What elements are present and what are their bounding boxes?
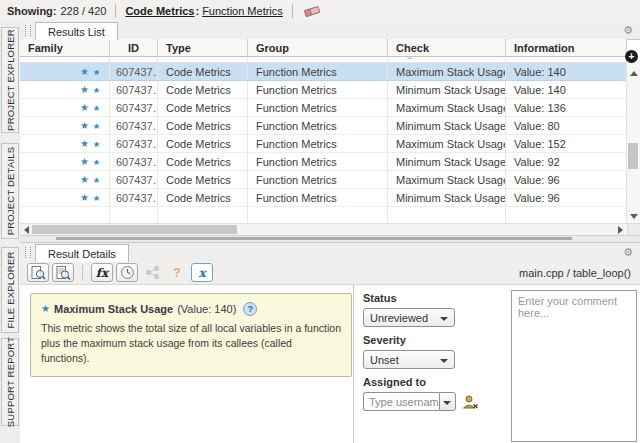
information-cell: Value: 80 bbox=[506, 117, 627, 134]
bookmark-star-icon: ★ bbox=[80, 103, 89, 113]
check-cell: Maximum Stack Usage bbox=[388, 171, 506, 188]
results-list-panel: Results List ⚙ Family ID Type Group Chec… bbox=[20, 21, 640, 235]
bookmark-star-icon: ★ bbox=[80, 67, 89, 77]
column-header-information[interactable]: Information bbox=[506, 39, 627, 56]
type-cell: Code Metrics bbox=[158, 117, 248, 134]
help-question-icon[interactable]: ? bbox=[166, 263, 188, 282]
new-result-icon: * bbox=[94, 57, 99, 59]
add-column-button[interactable]: + bbox=[625, 50, 638, 63]
details-body: ★ Maximum Stack Usage (Value: 140) ? Thi… bbox=[20, 285, 640, 443]
group-cell: Function Metrics bbox=[248, 81, 388, 98]
call-graph-icon[interactable] bbox=[141, 263, 163, 282]
severity-dropdown[interactable]: Unset bbox=[363, 350, 455, 369]
assigned-to-label: Assigned to bbox=[363, 376, 493, 388]
splitter-grip[interactable] bbox=[56, 237, 572, 240]
assigned-to-dropdown-button[interactable] bbox=[439, 392, 456, 411]
check-cell: Maximum Stack Usage bbox=[388, 135, 506, 152]
vertical-scroll-thumb[interactable] bbox=[628, 143, 638, 169]
information-cell: Value: 140 bbox=[506, 81, 627, 98]
information-cell: Value: 136 bbox=[506, 99, 627, 116]
new-result-icon: * bbox=[94, 90, 99, 96]
column-header-type[interactable]: Type bbox=[158, 39, 248, 56]
panel-drag-handle[interactable] bbox=[25, 25, 31, 36]
results-panel-menu-icon[interactable]: ⚙ bbox=[623, 23, 633, 37]
function-metrics-icon[interactable]: fx bbox=[91, 263, 113, 282]
add-user-icon[interactable] bbox=[462, 395, 479, 409]
bookmark-star-icon: ★ bbox=[80, 139, 89, 149]
details-panel-menu-icon[interactable]: ⚙ bbox=[623, 245, 633, 259]
information-cell: Value: 92 bbox=[506, 153, 627, 170]
column-header-id[interactable]: ID bbox=[110, 39, 158, 56]
id-cell: 607437... bbox=[110, 189, 158, 206]
sidebar-tab-project-details[interactable]: PROJECT DETAILS bbox=[1, 143, 19, 239]
chevron-down-icon bbox=[443, 401, 451, 405]
type-cell: Code Metrics bbox=[158, 99, 248, 116]
filter-family-link[interactable]: Code Metrics bbox=[125, 5, 194, 17]
column-header-family[interactable]: Family bbox=[20, 39, 110, 56]
family-cell: ★ * bbox=[20, 189, 110, 206]
new-result-icon: * bbox=[94, 126, 99, 132]
tab-results-list[interactable]: Results List bbox=[35, 22, 118, 40]
new-result-icon: * bbox=[94, 162, 99, 168]
table-row[interactable]: ★ * 607437... Code Metrics Function Metr… bbox=[20, 117, 627, 135]
show-details-source-icon[interactable] bbox=[52, 263, 74, 282]
help-icon[interactable]: ? bbox=[243, 302, 257, 316]
family-cell: ★ * bbox=[20, 99, 110, 116]
column-header-group[interactable]: Group bbox=[248, 39, 388, 56]
id-cell: 607437... bbox=[110, 153, 158, 170]
panel-splitter[interactable] bbox=[20, 235, 640, 243]
family-cell: ★ * bbox=[20, 153, 110, 170]
severity-label: Severity bbox=[363, 334, 493, 346]
result-title: Maximum Stack Usage bbox=[54, 303, 173, 315]
table-row[interactable]: ★ * 607437... Code Metrics Function Metr… bbox=[20, 135, 627, 153]
id-cell: 607437... bbox=[110, 117, 158, 134]
scroll-down-arrow-icon[interactable] bbox=[630, 214, 638, 219]
scroll-right-arrow-icon[interactable] bbox=[618, 226, 623, 234]
column-header-check[interactable]: Check bbox=[388, 39, 506, 56]
check-cell: Minimum Stack Usage bbox=[388, 189, 506, 206]
variable-access-icon[interactable]: x bbox=[191, 263, 213, 282]
history-clock-icon[interactable] bbox=[116, 263, 138, 282]
panel-drag-handle[interactable] bbox=[25, 247, 31, 258]
divider bbox=[115, 4, 116, 18]
id-cell: 607437... bbox=[110, 63, 158, 80]
toolbar-divider bbox=[82, 265, 83, 281]
sidebar-tab-file-explorer[interactable]: FILE EXPLORER bbox=[1, 247, 19, 333]
scroll-up-arrow-icon[interactable] bbox=[630, 71, 638, 76]
comment-textarea[interactable] bbox=[511, 290, 637, 442]
table-row[interactable]: ★ * 607437... Code Metrics Function Metr… bbox=[20, 81, 627, 99]
details-divider bbox=[353, 285, 354, 443]
table-row[interactable]: ★ * 607437... Code Metrics Function Metr… bbox=[20, 153, 627, 171]
group-cell: Function Metrics bbox=[248, 171, 388, 188]
group-cell: Function Metrics bbox=[248, 135, 388, 152]
sidebar-tab-project-explorer[interactable]: PROJECT EXPLORER bbox=[1, 27, 19, 133]
id-cell: 607437... bbox=[110, 99, 158, 116]
information-cell: Value: 96 bbox=[506, 189, 627, 206]
filter-group-link[interactable]: Function Metrics bbox=[202, 5, 283, 17]
sidebar-tab-support-report[interactable]: SUPPORT REPORT bbox=[1, 338, 19, 426]
chevron-down-icon bbox=[440, 317, 448, 321]
results-table-header: Family ID Type Group Check Information bbox=[20, 39, 627, 57]
horizontal-scrollbar[interactable] bbox=[20, 223, 627, 235]
show-source-icon[interactable] bbox=[27, 263, 49, 282]
table-row[interactable]: ★ * 607437... Code Metrics Function Metr… bbox=[20, 99, 627, 117]
horizontal-scroll-thumb[interactable] bbox=[32, 225, 237, 234]
check-cell: Minimum Stack Usage bbox=[388, 153, 506, 170]
table-row[interactable]: ★ * 607437... Code Metrics Function Metr… bbox=[20, 171, 627, 189]
family-cell: ★ * bbox=[20, 63, 110, 80]
review-form: Status Unreviewed Severity Unset Assigne… bbox=[363, 289, 493, 411]
scroll-left-arrow-icon[interactable] bbox=[24, 226, 29, 234]
clear-filter-eraser-icon[interactable] bbox=[304, 4, 321, 18]
vertical-scrollbar[interactable] bbox=[626, 57, 640, 223]
status-dropdown[interactable]: Unreviewed bbox=[363, 308, 455, 327]
assigned-to-input[interactable] bbox=[363, 392, 439, 411]
bookmark-star-icon: ★ bbox=[80, 121, 89, 131]
table-row[interactable]: ★ * 607437... Code Metrics Function Metr… bbox=[20, 63, 627, 81]
new-result-icon: * bbox=[94, 180, 99, 186]
result-location: main.cpp / table_loop() bbox=[519, 267, 640, 279]
new-result-icon: * bbox=[94, 198, 99, 204]
tab-result-details[interactable]: Result Details bbox=[35, 244, 129, 262]
table-row[interactable]: ★ * 607437... Code Metrics Function Metr… bbox=[20, 189, 627, 207]
group-cell: Function Metrics bbox=[248, 117, 388, 134]
result-description: This metric shows the total size of all … bbox=[41, 321, 341, 366]
